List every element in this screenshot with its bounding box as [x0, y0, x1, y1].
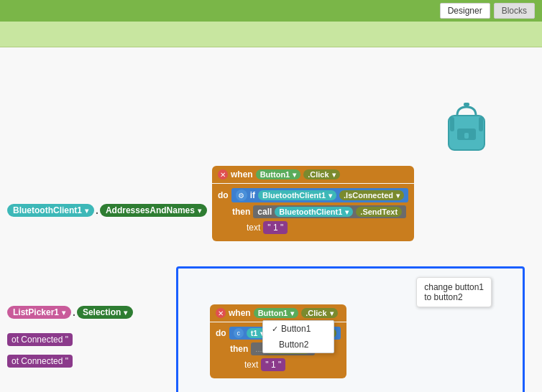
listpicker-block: ListPicker1 ▾ . Selection ▾ [7, 306, 133, 319]
listpicker-pill[interactable]: ListPicker1 ▾ [7, 306, 71, 319]
click-pill-2[interactable]: .Click ▾ [301, 308, 337, 318]
if-block-1: ⚙ if BluetoothClient1 ▾ .IsConnected ▾ [231, 188, 408, 202]
dropdown-item-button1[interactable]: Button1 [263, 321, 334, 337]
svg-rect-5 [450, 117, 454, 131]
canvas: BluetoothClient1 ▾ . AddressesAndNames ▾… [0, 47, 542, 392]
bluetooth-call-pill[interactable]: BluetoothClient1 ▾ [275, 207, 353, 217]
button-dropdown-menu[interactable]: Button1 Button2 [262, 320, 334, 353]
bluetooth-if-pill[interactable]: BluetoothClient1 ▾ [258, 190, 336, 200]
svg-rect-2 [464, 133, 469, 139]
close-icon-1[interactable]: ✕ [218, 169, 228, 179]
designer-button[interactable]: Designer [440, 3, 490, 19]
selection-pill[interactable]: Selection ▾ [77, 306, 133, 319]
string-value-1: " 1 " [263, 221, 288, 234]
send-text-pill[interactable]: .SendText [356, 207, 402, 217]
svg-rect-4 [464, 103, 469, 106]
bluetooth-client-pill-left[interactable]: BluetoothClient1 ▾ [7, 204, 94, 217]
addresses-names-pill[interactable]: AddressesAndNames ▾ [100, 204, 207, 217]
call-block-1: call BluetoothClient1 ▾ .SendText [253, 205, 406, 218]
close-icon-2[interactable]: ✕ [216, 308, 226, 318]
dropdown-item-button2[interactable]: Button2 [263, 337, 334, 353]
top-toolbar: Designer Blocks [0, 0, 542, 22]
click-pill-1[interactable]: .Click ▾ [303, 169, 339, 179]
addresses-block: BluetoothClient1 ▾ . AddressesAndNames ▾ [7, 204, 207, 217]
tooltip-bubble: change button1 to button2 [416, 277, 492, 307]
button1-pill-2[interactable]: Button1 ▾ [254, 308, 299, 318]
main-event-block-1: ✕ when Button1 ▾ .Click ▾ do ⚙ if Blueto… [212, 166, 414, 241]
not-connected-block-2: ot Connected " [7, 355, 73, 368]
green-strip [0, 22, 542, 47]
gear-icon-1[interactable]: ⚙ [236, 190, 247, 201]
svg-rect-6 [479, 117, 483, 131]
not-connected-block-1: ot Connected " [7, 333, 73, 346]
blocks-button[interactable]: Blocks [494, 3, 535, 19]
is-connected-pill[interactable]: .IsConnected ▾ [339, 190, 404, 200]
backpack-icon [441, 101, 492, 155]
string-value-2: " 1 " [261, 358, 285, 371]
button1-pill-1[interactable]: Button1 ▾ [256, 169, 301, 179]
gear-icon-2[interactable]: c [234, 328, 244, 338]
